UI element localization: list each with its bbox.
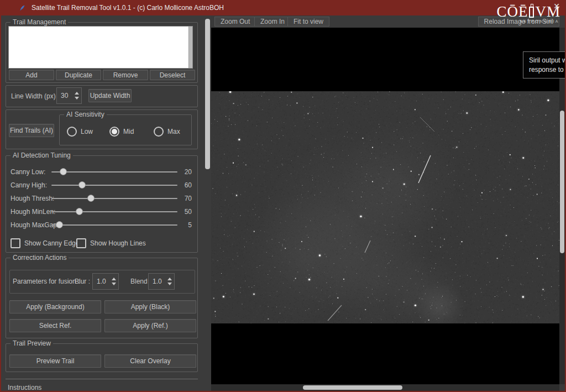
panel-scrollbar[interactable] xyxy=(203,15,211,391)
trail-listbox-scrollbar[interactable] xyxy=(188,27,192,68)
ai-sensitivity-group: AI Sensitivity Low Mid Max xyxy=(59,114,192,145)
radio-option-max[interactable]: Max xyxy=(154,127,180,137)
image-vertical-scrollbar[interactable] xyxy=(559,28,565,384)
apply-ref-button[interactable]: Apply (Ref.) xyxy=(104,319,196,332)
siril-tooltip: Siril output win response to cor xyxy=(523,51,566,79)
blur-spin-down-icon[interactable] xyxy=(112,283,116,285)
instructions-label: Instructions xyxy=(8,384,41,391)
blur-spinbox[interactable]: 1.0 xyxy=(92,273,119,290)
control-panel: Trail Management Add Duplicate Remove De… xyxy=(1,15,203,391)
image-toolbar: Zoom Out Zoom In Fit to view Reload Imag… xyxy=(211,15,565,28)
deselect-button[interactable]: Deselect xyxy=(150,70,195,80)
slider-row-hough-minlen: Hough MinLen: 50 xyxy=(6,205,197,218)
feather-app-icon xyxy=(19,4,26,12)
hough-minlen-value: 50 xyxy=(185,208,192,216)
slider-handle-1[interactable] xyxy=(78,181,86,189)
separator-line xyxy=(6,379,198,379)
add-button[interactable]: Add xyxy=(9,70,54,80)
canny-low-value: 20 xyxy=(185,168,192,176)
show-hough-lines-label: Show Hough Lines xyxy=(90,239,146,247)
radio-max[interactable] xyxy=(154,127,164,137)
zoom-out-button[interactable]: Zoom Out xyxy=(214,17,256,27)
scrollbar-corner xyxy=(559,384,565,391)
find-trails-ai-button[interactable]: Find Trails (AI) xyxy=(9,124,54,137)
ai-sensitivity-label: AI Sensitivity xyxy=(64,111,107,118)
duplicate-button[interactable]: Duplicate xyxy=(56,70,101,80)
ai-detection-tuning-label: AI Detection Tuning xyxy=(11,151,73,159)
hough-maxgap-slider[interactable] xyxy=(51,224,177,226)
tooltip-line-1: Siril output win xyxy=(529,56,566,65)
select-ref-button[interactable]: Select Ref. xyxy=(9,319,101,332)
slider-handle-3[interactable] xyxy=(76,208,83,215)
image-vertical-scrollbar-thumb[interactable] xyxy=(560,111,564,253)
checkbox-box-1[interactable] xyxy=(76,238,86,248)
fusion-params-label: Parameters for fusion : xyxy=(13,278,80,285)
apply-background-button[interactable]: Apply (Background) xyxy=(9,300,101,313)
line-width-label: Line Width (px) : xyxy=(11,92,59,100)
hough-minlen-slider[interactable] xyxy=(51,211,177,212)
checkbox-box-0[interactable] xyxy=(11,238,20,248)
zoom-in-button[interactable]: Zoom In xyxy=(254,17,291,27)
reload-image-button[interactable]: Reload Image from Siril xyxy=(478,17,559,27)
canny-low-label: Canny Low: xyxy=(11,168,45,176)
radio-max-label: Max xyxy=(167,128,180,135)
trail-preview-group: Trail Preview Preview Trail Clear Overla… xyxy=(6,343,198,372)
trail-management-label: Trail Management xyxy=(11,18,68,26)
tooltip-line-2: response to cor xyxy=(529,65,566,75)
trail-listbox[interactable] xyxy=(8,26,193,69)
blend-spin-up-icon[interactable] xyxy=(167,278,172,280)
correction-actions-group: Correction Actions Parameters for fusion… xyxy=(6,258,198,338)
correction-actions-label: Correction Actions xyxy=(11,254,69,262)
image-horizontal-scrollbar-thumb[interactable] xyxy=(303,385,402,390)
blur-label: Blur : xyxy=(75,278,90,285)
image-region: Zoom Out Zoom In Fit to view Reload Imag… xyxy=(211,15,565,391)
slider-handle-4[interactable] xyxy=(56,221,63,228)
hough-thresh-slider[interactable] xyxy=(51,198,177,199)
panel-scrollbar-thumb[interactable] xyxy=(205,19,210,169)
radio-mid[interactable] xyxy=(109,127,119,137)
show-canny-edges-label: Show Canny Edges xyxy=(24,239,82,247)
line-width-spinbox[interactable]: 30 xyxy=(56,87,82,104)
radio-option-low[interactable]: Low xyxy=(67,127,93,137)
slider-row-canny-high: Canny High: 60 xyxy=(6,179,197,192)
blend-spin-down-icon[interactable] xyxy=(167,283,172,285)
hough-minlen-label: Hough MinLen: xyxy=(11,208,55,216)
radio-low-label: Low xyxy=(81,128,93,135)
slider-row-hough-maxgap: Hough MaxGap 5 xyxy=(6,218,197,232)
blend-spinbox[interactable]: 1.0 xyxy=(148,273,175,290)
hough-maxgap-label: Hough MaxGap xyxy=(11,221,57,229)
fit-to-view-button[interactable]: Fit to view xyxy=(287,17,329,27)
apply-black-button[interactable]: Apply (Black) xyxy=(104,300,196,313)
show-hough-lines-option[interactable]: Show Hough Lines xyxy=(76,238,146,248)
ai-detection-tuning-group: AI Detection Tuning Canny Low: 20 Canny … xyxy=(6,155,198,253)
trail-preview-label: Trail Preview xyxy=(11,339,53,347)
image-canvas[interactable] xyxy=(211,28,565,384)
preview-trail-button[interactable]: Preview Trail xyxy=(9,354,101,368)
image-horizontal-scrollbar[interactable] xyxy=(211,384,559,391)
slider-handle-2[interactable] xyxy=(87,195,95,202)
slider-handle-0[interactable] xyxy=(60,168,67,175)
blur-value: 1.0 xyxy=(93,278,109,285)
slider-row-hough-thresh: Hough Thresh: 70 xyxy=(6,192,197,205)
blend-value: 1.0 xyxy=(149,278,165,285)
hough-thresh-value: 70 xyxy=(185,195,192,202)
radio-mid-label: Mid xyxy=(123,128,134,135)
spin-down-icon[interactable] xyxy=(75,97,79,100)
remove-button[interactable]: Remove xyxy=(103,70,148,80)
slider-row-canny-low: Canny Low: 20 xyxy=(6,165,197,179)
close-button[interactable]: ✕ xyxy=(553,2,560,10)
clear-overlay-button[interactable]: Clear Overlay xyxy=(104,354,196,368)
show-canny-edges-option[interactable]: Show Canny Edges xyxy=(11,238,82,248)
titlebar: Satellite Trail Removal Tool v1.0.1 - (c… xyxy=(0,0,566,15)
canny-high-label: Canny High: xyxy=(11,181,47,189)
radio-low[interactable] xyxy=(67,127,77,137)
update-width-button[interactable]: Update Width xyxy=(88,89,132,102)
hough-thresh-label: Hough Thresh: xyxy=(11,195,54,202)
line-width-value: 30 xyxy=(57,92,72,100)
radio-option-mid[interactable]: Mid xyxy=(109,127,134,137)
blur-spin-up-icon[interactable] xyxy=(112,278,116,280)
canny-low-slider[interactable] xyxy=(51,171,177,173)
astro-image[interactable] xyxy=(211,91,559,323)
spin-up-icon[interactable] xyxy=(75,92,79,95)
canny-high-slider[interactable] xyxy=(51,185,177,186)
